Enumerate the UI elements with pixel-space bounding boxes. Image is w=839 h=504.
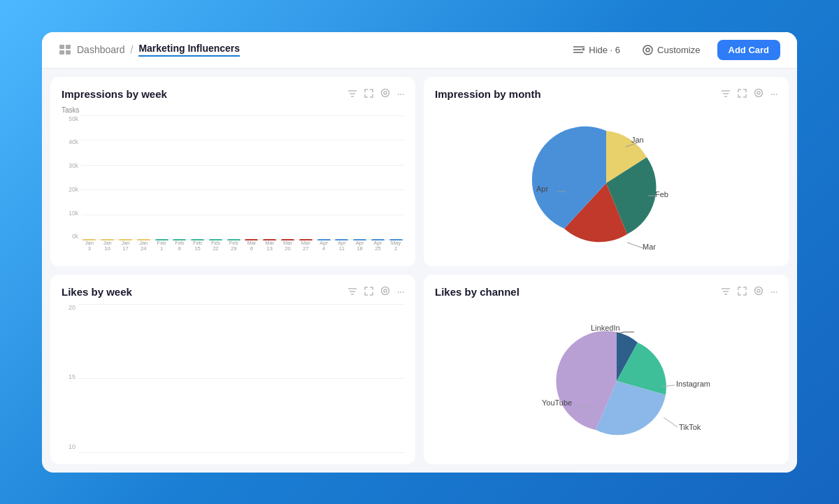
filter-icon[interactable] (721, 287, 731, 298)
svg-point-30 (757, 289, 760, 292)
bar (155, 239, 168, 240)
x-tick: Feb 1 (153, 240, 170, 253)
bar-group (81, 239, 98, 240)
pie-svg-2: LinkedIn Instagram TikTok YouTube (487, 304, 725, 458)
svg-point-9 (643, 45, 652, 55)
x-tick: May 2 (387, 240, 404, 253)
bar (119, 239, 132, 240)
breadcrumb: Dashboard / Marketing Influencers (59, 43, 240, 57)
settings-icon[interactable] (754, 286, 763, 298)
x-tick: Feb 29 (225, 240, 242, 253)
add-card-button[interactable]: Add Card (717, 40, 781, 60)
card-title: Likes by channel (435, 286, 519, 298)
svg-point-15 (384, 92, 387, 94)
bar-group (153, 239, 170, 240)
bar-group (99, 239, 116, 240)
bar-group (189, 239, 206, 240)
cards-grid: Impressions by week ··· Tasks (42, 69, 797, 473)
pie-label-youtube: YouTube (542, 398, 572, 407)
bar (209, 239, 222, 240)
settings-icon[interactable] (754, 88, 763, 100)
hide-label: Hide · 6 (589, 45, 620, 55)
customize-label: Customize (657, 45, 700, 55)
expand-icon[interactable] (364, 89, 373, 100)
breadcrumb-current: Marketing Influencers (138, 43, 240, 57)
dashboard-container: Dashboard / Marketing Influencers Hide ·… (42, 32, 797, 473)
svg-point-10 (646, 48, 650, 52)
x-tick: Feb 15 (189, 240, 206, 253)
top-bar: Dashboard / Marketing Influencers Hide ·… (42, 32, 797, 69)
pie-line-mar (627, 243, 643, 248)
breadcrumb-separator: / (131, 44, 134, 55)
x-tick: Feb 8 (171, 240, 188, 253)
bar (191, 239, 204, 240)
svg-point-20 (757, 92, 760, 94)
x-tick: Jan 3 (81, 240, 98, 253)
svg-point-24 (381, 287, 389, 295)
bar-group (387, 239, 404, 240)
x-tick: Jan 10 (99, 240, 116, 253)
customize-button[interactable]: Customize (637, 42, 705, 58)
more-icon[interactable]: ··· (770, 88, 777, 101)
pie-line-tiktok (664, 417, 677, 427)
bar-group (352, 239, 368, 240)
bar (227, 239, 241, 240)
breadcrumb-dashboard[interactable]: Dashboard (77, 44, 125, 55)
x-tick: Apr 4 (315, 240, 332, 253)
bar-group (243, 239, 260, 240)
bar-chart-area: Tasks 50k 40k 30k 20k 10k 0k (62, 106, 404, 255)
expand-icon[interactable] (738, 287, 747, 298)
y-axis-label: Tasks (62, 106, 404, 114)
settings-icon[interactable] (380, 286, 390, 298)
settings-icon[interactable] (380, 88, 390, 100)
svg-point-29 (754, 287, 762, 295)
filter-icon[interactable] (721, 89, 731, 100)
bar-group (117, 239, 134, 240)
stacked-bar-chart-area: 20 15 10 (62, 304, 404, 453)
card-actions: ··· (347, 286, 404, 298)
bar (299, 239, 313, 240)
x-tick: Mar 6 (243, 240, 260, 253)
more-icon[interactable]: ··· (770, 286, 777, 298)
more-icon[interactable]: ··· (397, 88, 404, 101)
pie-chart-area-2: LinkedIn Instagram TikTok YouTube (435, 304, 777, 458)
card-title: Likes by week (62, 286, 132, 298)
card-header: Likes by channel ··· (435, 286, 777, 298)
bar-group (315, 239, 332, 240)
expand-icon[interactable] (738, 89, 747, 100)
hide-button[interactable]: Hide · 6 (568, 42, 626, 58)
svg-rect-0 (59, 45, 64, 49)
bar (335, 239, 348, 240)
bar-group (225, 239, 242, 240)
svg-point-25 (384, 289, 387, 292)
filter-icon[interactable] (347, 287, 357, 298)
top-bar-actions: Hide · 6 Customize Add Card (568, 40, 780, 60)
pie-label-linkedin: LinkedIn (591, 324, 620, 332)
bar (263, 239, 276, 240)
pie-label-feb: Feb (655, 190, 668, 199)
bar (317, 239, 331, 240)
bar (353, 239, 366, 240)
expand-icon[interactable] (364, 287, 373, 298)
bar-group (297, 239, 314, 240)
more-icon[interactable]: ··· (397, 286, 404, 298)
pie-chart-area: Jan Feb Mar Apr (435, 106, 777, 260)
bars-container (81, 115, 404, 240)
x-tick: Mar 27 (297, 240, 314, 253)
bar (137, 239, 150, 240)
impression-by-month-card: Impression by month ··· (424, 77, 789, 266)
bar-group (370, 239, 387, 240)
card-title: Impressions by week (62, 88, 167, 100)
bar-group (334, 239, 350, 240)
bar-group (171, 239, 188, 240)
x-tick: Jan 17 (117, 240, 134, 253)
x-tick: Jan 24 (135, 240, 152, 253)
svg-rect-2 (59, 50, 64, 55)
bar (83, 239, 96, 240)
bar (389, 239, 403, 240)
bar (173, 239, 186, 240)
pie-label-mar: Mar (643, 243, 656, 251)
card-title: Impression by month (435, 88, 541, 100)
pie-label-tiktok: TikTok (679, 423, 701, 431)
filter-icon[interactable] (347, 89, 357, 100)
